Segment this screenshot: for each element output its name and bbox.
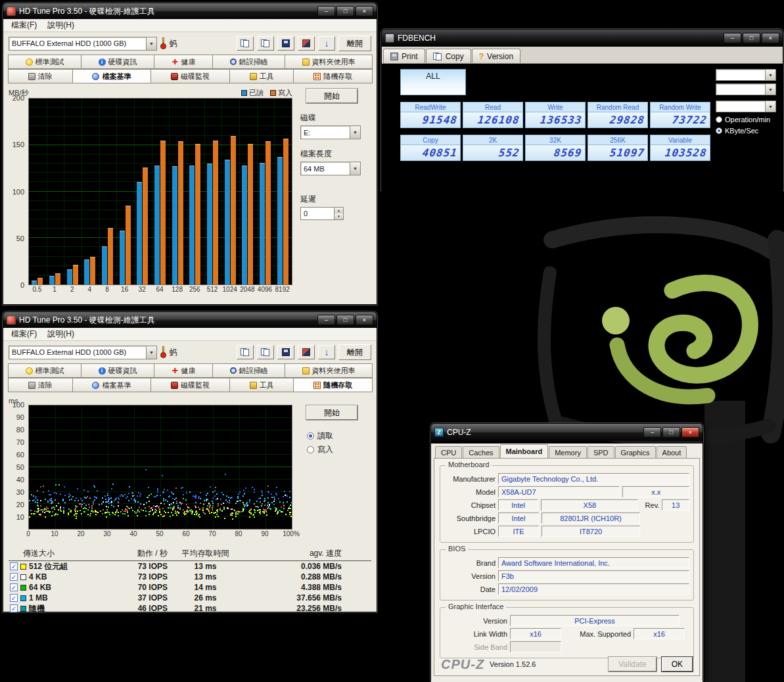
cpuz-tab-spd[interactable]: SPD — [588, 446, 614, 458]
tab-健康[interactable]: ✚健康 — [154, 363, 213, 378]
save-image-button[interactable] — [298, 345, 315, 359]
cpuz-tab-cpu[interactable]: CPU — [435, 446, 462, 458]
maximize-button[interactable]: □ — [662, 427, 680, 438]
copy-screenshot-button[interactable] — [237, 36, 254, 51]
scatter-dot — [35, 501, 36, 503]
file-length-select[interactable]: 64 MB ▼ — [300, 162, 361, 175]
scatter-dot — [178, 512, 179, 514]
delay-stepper[interactable]: 0 ▲▼ — [300, 207, 344, 220]
chevron-down-icon[interactable]: ▼ — [350, 126, 360, 139]
close-button[interactable]: × — [681, 427, 699, 438]
row-checkbox[interactable]: ✓ — [10, 562, 18, 570]
row-checkbox[interactable]: ✓ — [10, 594, 18, 602]
copy-screenshot-button[interactable] — [237, 345, 254, 359]
tab-檔案基準[interactable]: 檔案基準 — [72, 69, 152, 83]
minimize-button[interactable]: – — [317, 315, 335, 325]
chevron-down-icon[interactable]: ▼ — [765, 101, 775, 112]
disk-select[interactable]: E: ▼ — [300, 125, 361, 139]
tab-標準測試[interactable]: 標準測試 — [8, 363, 81, 378]
spin-up-icon[interactable]: ▲ — [334, 208, 343, 214]
tab-資料夾使用率[interactable]: 資料夾使用率 — [285, 363, 373, 378]
row-checkbox[interactable]: ✓ — [10, 604, 18, 612]
menu-檔案(F)[interactable]: 檔案(F) — [6, 18, 42, 32]
minimize-button[interactable]: – — [317, 6, 335, 16]
download-button[interactable]: ↓ — [318, 36, 335, 51]
scatter-dot — [254, 516, 255, 518]
download-button[interactable]: ↓ — [318, 345, 335, 359]
tab-硬碟資訊[interactable]: i硬碟資訊 — [81, 55, 154, 69]
kbyte-sec-radio[interactable]: KByte/Sec — [716, 127, 779, 135]
chevron-down-icon[interactable]: ▼ — [350, 162, 360, 175]
read-radio[interactable]: 讀取 — [307, 430, 366, 442]
tab-清除[interactable]: 清除 — [8, 69, 73, 83]
write-radio[interactable]: 寫入 — [307, 444, 366, 455]
titlebar[interactable]: Z CPU-Z – □ × — [431, 424, 703, 441]
tab-磁碟監視[interactable]: 磁碟監視 — [150, 378, 230, 392]
start-button[interactable]: 開始 — [306, 405, 357, 420]
tab-工具[interactable]: 工具 — [229, 69, 294, 83]
exit-button[interactable]: 離開 — [338, 35, 371, 51]
cpuz-tab-memory[interactable]: Memory — [549, 446, 587, 458]
tab-標準測試[interactable]: 標準測試 — [8, 55, 81, 69]
cpuz-tab-graphics[interactable]: Graphics — [615, 446, 656, 458]
scatter-dot — [91, 508, 93, 509]
ok-button[interactable]: OK — [662, 657, 693, 671]
save-button[interactable] — [277, 345, 294, 359]
chevron-down-icon[interactable]: ▼ — [146, 346, 156, 359]
cpuz-tab-mainboard[interactable]: Mainboard — [500, 444, 549, 458]
maximize-button[interactable]: □ — [743, 33, 760, 43]
menu-檔案(F)[interactable]: 檔案(F) — [6, 327, 42, 341]
chevron-down-icon[interactable]: ▼ — [765, 70, 775, 80]
scatter-dot — [232, 518, 233, 520]
version-tab[interactable]: ? Version — [472, 49, 520, 63]
tab-磁碟監視[interactable]: 磁碟監視 — [150, 69, 230, 83]
minimize-button[interactable]: – — [724, 33, 741, 43]
copy-text-button[interactable] — [257, 36, 274, 51]
row-checkbox[interactable]: ✓ — [10, 583, 18, 591]
titlebar[interactable]: FDBENCH – □ × — [382, 30, 783, 47]
menu-說明(H)[interactable]: 說明(H) — [42, 18, 80, 32]
titlebar[interactable]: HD Tune Pro 3.50 - 硬碟檢測-維護工具 – □ × — [3, 312, 377, 328]
copy-text-button[interactable] — [257, 345, 274, 359]
start-button[interactable]: 開始 — [306, 89, 357, 103]
chevron-down-icon[interactable]: ▼ — [765, 84, 775, 95]
file-size-select[interactable]: 100MB ▼ — [716, 83, 776, 95]
drive-select[interactable]: BUFFALO External HDD (1000 GB) ▼ — [9, 346, 157, 359]
tab-清除[interactable]: 清除 — [8, 378, 73, 392]
cpuz-tab-about[interactable]: About — [657, 446, 687, 458]
tab-資料夾使用率[interactable]: 資料夾使用率 — [285, 55, 373, 69]
tab-健康[interactable]: ✚健康 — [154, 55, 213, 69]
validate-button[interactable]: Validate — [609, 657, 656, 671]
tab-工具[interactable]: 工具 — [229, 378, 294, 392]
print-tab[interactable]: Print — [383, 49, 425, 63]
tab-隨機存取[interactable]: 隨機存取 — [293, 69, 373, 83]
tab-錯誤掃瞄[interactable]: 錯誤掃瞄 — [212, 55, 285, 69]
tab-檔案基準[interactable]: 檔案基準 — [72, 378, 152, 392]
operation-min-radio[interactable]: Operation/min — [716, 116, 779, 124]
all-target-button[interactable]: ALL — [400, 69, 466, 95]
tab-錯誤掃瞄[interactable]: 錯誤掃瞄 — [212, 363, 285, 378]
spin-down-icon[interactable]: ▼ — [334, 214, 343, 219]
block-size-select[interactable]: 1MB ▼ — [716, 101, 776, 112]
chevron-down-icon[interactable]: ▼ — [146, 37, 156, 50]
close-button[interactable]: × — [762, 33, 779, 43]
benchmark-controls: 開始 磁碟 E: ▼ 檔案長度 64 MB ▼ 延遲 0 ▲▼ — [298, 87, 366, 294]
cpuz-tab-caches[interactable]: Caches — [463, 446, 499, 458]
save-image-button[interactable] — [298, 36, 315, 51]
target-drive-select[interactable]: E:\Hard Disk ▼ — [716, 69, 776, 81]
copy-tab[interactable]: Copy — [426, 49, 471, 63]
drive-select[interactable]: BUFFALO External HDD (1000 GB) ▼ — [9, 37, 157, 51]
scatter-dot — [51, 498, 52, 499]
tab-硬碟資訊[interactable]: i硬碟資訊 — [81, 363, 154, 378]
tab-隨機存取[interactable]: 隨機存取 — [293, 378, 373, 392]
menu-說明(H)[interactable]: 說明(H) — [42, 327, 80, 341]
save-button[interactable] — [277, 36, 294, 51]
close-button[interactable]: × — [356, 6, 373, 16]
close-button[interactable]: × — [356, 315, 373, 325]
exit-button[interactable]: 離開 — [338, 344, 371, 360]
maximize-button[interactable]: □ — [336, 6, 354, 16]
row-checkbox[interactable]: ✓ — [10, 573, 18, 581]
minimize-button[interactable]: – — [643, 427, 661, 438]
titlebar[interactable]: HD Tune Pro 3.50 - 硬碟檢測-維護工具 – □ × — [3, 3, 377, 19]
maximize-button[interactable]: □ — [336, 315, 354, 325]
